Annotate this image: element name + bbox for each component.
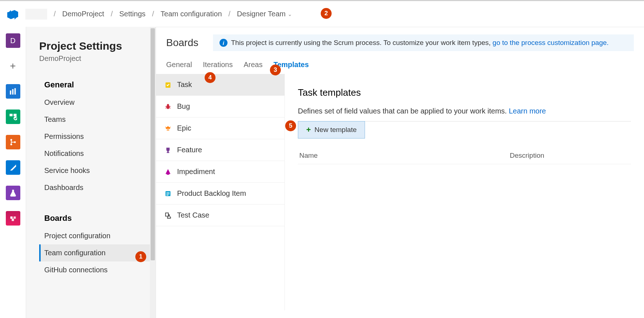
- sidebar-item-notifications[interactable]: Notifications: [39, 145, 156, 162]
- templates-table-header: Name Description: [298, 152, 631, 164]
- svg-rect-25: [167, 194, 170, 194]
- svg-rect-3: [9, 114, 12, 116]
- sidebar-item-github-connections[interactable]: GitHub connections: [39, 261, 156, 278]
- wit-item-impediment[interactable]: Impediment: [156, 161, 284, 183]
- banner-text: This project is currently using the Scru…: [231, 39, 493, 46]
- repos-icon[interactable]: [6, 135, 20, 149]
- config-tabs: General Iterations Areas Templates: [156, 51, 644, 72]
- test-plans-icon[interactable]: [6, 186, 20, 200]
- wit-label: Test Case: [177, 211, 209, 219]
- wit-item-pbi[interactable]: Product Backlog Item: [156, 183, 284, 205]
- sidebar-item-dashboards[interactable]: Dashboards: [39, 179, 156, 196]
- new-template-button[interactable]: + New template: [298, 121, 365, 139]
- breadcrumb-sep: /: [152, 10, 154, 18]
- callout-5: 5: [285, 120, 296, 131]
- svg-point-14: [167, 104, 169, 106]
- col-header-description: Description: [510, 152, 631, 160]
- pipelines-icon[interactable]: [6, 160, 20, 175]
- sidebar-group-boards: Boards: [39, 214, 156, 223]
- task-icon: [164, 82, 172, 88]
- breadcrumb-sep: /: [229, 10, 231, 18]
- wit-label: Bug: [177, 102, 190, 111]
- wit-label: Impediment: [177, 168, 215, 176]
- impediment-icon: [164, 169, 172, 175]
- wit-label: Product Backlog Item: [177, 189, 246, 198]
- main-content: Boards i This project is currently using…: [156, 27, 644, 318]
- wit-label: Epic: [177, 124, 191, 132]
- sidebar-subtitle: DemoProject: [39, 54, 156, 63]
- azure-devops-logo-icon[interactable]: [7, 8, 19, 20]
- artifacts-icon[interactable]: [6, 211, 20, 226]
- plus-icon: +: [306, 127, 311, 132]
- callout-2: 2: [321, 8, 332, 19]
- pbi-icon: [164, 190, 172, 197]
- wit-item-feature[interactable]: Feature: [156, 139, 284, 161]
- feature-icon: [164, 147, 172, 153]
- sidebar-item-permissions[interactable]: Permissions: [39, 128, 156, 145]
- project-avatar-icon[interactable]: D: [6, 33, 20, 48]
- svg-point-8: [14, 141, 16, 143]
- tab-iterations[interactable]: Iterations: [203, 61, 233, 72]
- wit-item-test-case[interactable]: Test Case: [156, 205, 284, 226]
- work-item-type-list: Task Bug Epic Feature: [156, 74, 284, 310]
- breadcrumb-teamconfig[interactable]: Team configuration: [161, 10, 222, 18]
- svg-rect-20: [167, 151, 169, 152]
- templates-panel: Task templates Defines set of field valu…: [284, 74, 644, 310]
- breadcrumb-project[interactable]: DemoProject: [62, 10, 104, 18]
- left-nav-rail: D +: [0, 27, 26, 318]
- main-heading: Boards: [166, 37, 198, 49]
- add-icon[interactable]: +: [6, 59, 20, 73]
- sidebar-group-general: General: [39, 80, 156, 90]
- svg-rect-26: [167, 195, 169, 195]
- svg-rect-1: [12, 89, 13, 95]
- sidebar-item-overview[interactable]: Overview: [39, 94, 156, 111]
- wit-label: Task: [177, 80, 192, 89]
- templates-desc-text: Defines set of field values that can be …: [298, 107, 509, 115]
- info-icon: i: [220, 39, 227, 47]
- info-banner: i This project is currently using the Sc…: [213, 34, 634, 51]
- wit-item-bug[interactable]: Bug: [156, 96, 284, 117]
- svg-rect-0: [10, 91, 11, 95]
- learn-more-link[interactable]: Learn more: [509, 107, 546, 115]
- sidebar-scroll-thumb[interactable]: [151, 28, 155, 260]
- chevron-down-icon: ⌄: [288, 11, 292, 17]
- wit-label: Feature: [177, 146, 202, 154]
- boards-icon[interactable]: [6, 84, 20, 99]
- svg-rect-10: [13, 216, 16, 219]
- svg-rect-11: [12, 219, 14, 221]
- project-settings-sidebar: Project Settings DemoProject General Ove…: [26, 27, 156, 318]
- sidebar-scrollbar[interactable]: ▲: [150, 27, 156, 318]
- tab-general[interactable]: General: [166, 61, 192, 72]
- breadcrumb-settings[interactable]: Settings: [119, 10, 145, 18]
- test-case-icon: [164, 212, 172, 219]
- svg-line-15: [165, 106, 166, 106]
- svg-line-18: [170, 108, 171, 108]
- sidebar-item-teams[interactable]: Teams: [39, 111, 156, 128]
- svg-point-6: [10, 139, 12, 141]
- callout-3: 3: [270, 65, 281, 75]
- svg-rect-24: [167, 192, 170, 193]
- svg-rect-27: [165, 213, 168, 216]
- svg-line-17: [165, 108, 166, 108]
- wit-item-epic[interactable]: Epic: [156, 117, 284, 139]
- svg-rect-19: [167, 129, 169, 130]
- breadcrumb-sep: /: [111, 10, 113, 18]
- sprints-icon[interactable]: [6, 110, 20, 124]
- org-placeholder[interactable]: [25, 9, 47, 20]
- bug-icon: [164, 103, 172, 110]
- wit-item-task[interactable]: Task: [156, 74, 284, 96]
- callout-4: 4: [205, 72, 216, 83]
- breadcrumb-team-dropdown[interactable]: Designer Team ⌄: [237, 10, 292, 18]
- breadcrumb-team-label: Designer Team: [237, 10, 286, 18]
- callout-1: 1: [135, 251, 146, 262]
- epic-icon: [164, 125, 172, 132]
- sidebar-item-service-hooks[interactable]: Service hooks: [39, 162, 156, 179]
- svg-rect-22: [167, 174, 169, 174]
- col-header-name: Name: [299, 152, 510, 160]
- sidebar-item-project-configuration[interactable]: Project configuration: [39, 227, 156, 244]
- banner-link[interactable]: go to the process customization page.: [493, 39, 609, 46]
- svg-rect-21: [167, 152, 169, 153]
- breadcrumb-sep: /: [54, 10, 56, 18]
- svg-rect-2: [14, 88, 16, 95]
- tab-areas[interactable]: Areas: [243, 61, 262, 72]
